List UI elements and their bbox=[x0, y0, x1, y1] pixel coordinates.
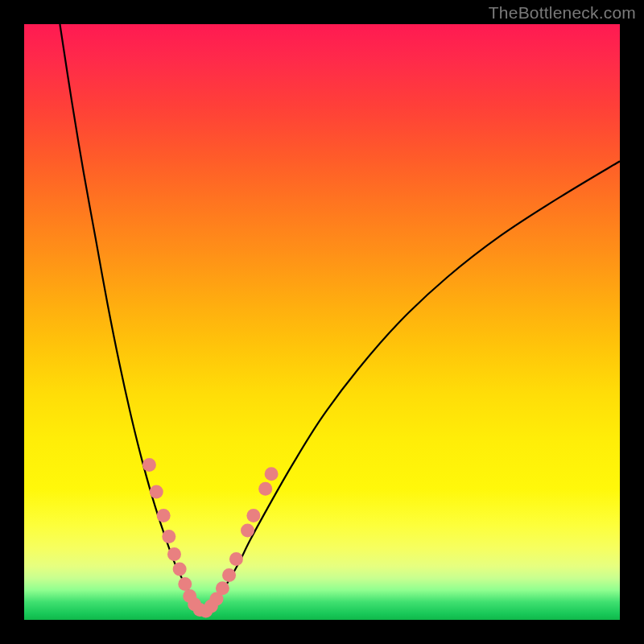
data-point bbox=[216, 581, 229, 595]
data-point bbox=[150, 485, 163, 498]
data-point bbox=[229, 552, 243, 566]
data-point bbox=[178, 577, 192, 591]
highlighted-points bbox=[142, 458, 279, 617]
data-point bbox=[173, 563, 187, 576]
data-point bbox=[246, 509, 260, 522]
data-point bbox=[167, 547, 181, 561]
data-point bbox=[162, 530, 175, 543]
chart-stage: TheBottleneck.com bbox=[0, 0, 644, 644]
data-point bbox=[241, 524, 254, 538]
curve-right-branch bbox=[203, 161, 620, 612]
data-point bbox=[157, 509, 171, 522]
chart-svg bbox=[24, 24, 620, 620]
watermark-text: TheBottleneck.com bbox=[489, 3, 636, 23]
data-point bbox=[258, 482, 272, 496]
data-point bbox=[222, 568, 236, 582]
data-point bbox=[142, 458, 156, 472]
plot-area bbox=[24, 24, 620, 620]
data-point bbox=[265, 467, 279, 481]
curve-left-branch bbox=[60, 24, 203, 612]
